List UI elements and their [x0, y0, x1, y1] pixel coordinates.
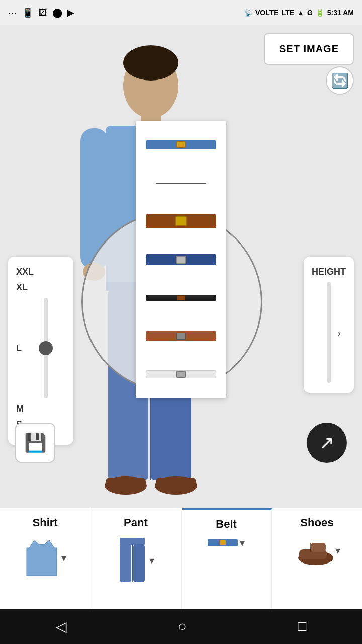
- svg-rect-16: [106, 478, 146, 489]
- svg-marker-19: [27, 540, 57, 576]
- size-slider[interactable]: [44, 298, 48, 398]
- youtube-icon: ▶: [67, 7, 74, 18]
- belt-white-visual: [146, 370, 216, 378]
- belt-brown-buckle: [175, 216, 187, 226]
- page-wrapper: ⋯ 📱 🖼 ⬤ ▶ 📡 VOLTE LTE ▲ G 🔋 5:31 AM: [0, 0, 362, 644]
- belt-option-separator[interactable]: [141, 168, 221, 198]
- category-belt[interactable]: Belt ▾: [182, 508, 272, 609]
- svg-rect-21: [120, 538, 145, 545]
- pant-dropdown-arrow[interactable]: ▾: [149, 554, 154, 567]
- size-xxl[interactable]: XXL: [16, 267, 65, 277]
- category-pant[interactable]: Pant ▾: [90, 508, 181, 609]
- save-button[interactable]: 💾: [15, 423, 55, 463]
- back-button[interactable]: ◁: [56, 618, 67, 635]
- size-labels: XXL XL L M S: [16, 267, 65, 430]
- belt-option-black[interactable]: [141, 283, 221, 313]
- belt-option-brown[interactable]: [141, 206, 221, 236]
- shirt-icon: [24, 535, 59, 581]
- belt-white-buckle: [176, 371, 186, 378]
- menu-icon: ⋯: [8, 7, 17, 18]
- size-slider-thumb[interactable]: [39, 341, 53, 355]
- height-arrow-icon: ›: [337, 327, 341, 339]
- svg-point-8: [83, 263, 105, 281]
- image-icon: 🖼: [38, 8, 47, 18]
- battery-icon: 🔋: [316, 9, 324, 17]
- size-panel: XXL XL L M S: [8, 257, 73, 445]
- svg-rect-22: [120, 544, 131, 582]
- set-image-button[interactable]: SET IMAGE: [264, 33, 354, 65]
- wifi-icon: 📡: [244, 9, 252, 17]
- recents-button[interactable]: □: [298, 618, 306, 634]
- refresh-icon: 🔄: [331, 72, 349, 89]
- pant-thumb-row: ▾: [117, 535, 154, 586]
- belt-option-navy[interactable]: [141, 245, 221, 275]
- belt-brown-visual: [146, 214, 216, 228]
- shoes-label: Shoes: [300, 516, 333, 529]
- status-bar: ⋯ 📱 🖼 ⬤ ▶ 📡 VOLTE LTE ▲ G 🔋 5:31 AM: [0, 0, 362, 25]
- pant-icon: [117, 535, 147, 586]
- refresh-button[interactable]: 🔄: [326, 66, 354, 95]
- shoes-icon: [293, 535, 333, 566]
- belt-option-brown2[interactable]: [141, 321, 221, 351]
- time-display: 5:31 AM: [327, 9, 354, 17]
- status-icons-right: 📡 VOLTE LTE ▲ G 🔋 5:31 AM: [244, 9, 354, 17]
- share-icon: ↗: [319, 432, 334, 453]
- size-m[interactable]: M: [16, 404, 65, 414]
- home-button[interactable]: ○: [178, 618, 187, 634]
- belt-dropdown[interactable]: [136, 121, 226, 398]
- height-label: HEIGHT: [312, 267, 346, 277]
- shoes-dropdown-arrow[interactable]: ▾: [335, 544, 340, 556]
- belt-black-buckle: [177, 295, 185, 300]
- phone-icon: 📱: [22, 7, 33, 18]
- size-l[interactable]: L: [16, 298, 65, 398]
- belt-buckle-gold: [176, 141, 186, 148]
- belt-thumb-row: ▾: [208, 537, 245, 549]
- shirt-thumb-row: ▾: [24, 535, 66, 581]
- belt-thumb-buckle: [220, 540, 226, 545]
- lte-label: LTE: [282, 9, 294, 17]
- circle-icon: ⬤: [52, 7, 62, 18]
- svg-point-2: [123, 45, 178, 80]
- volte-label: VOLTE: [255, 9, 279, 17]
- save-icon: 💾: [24, 432, 47, 453]
- belt-option-white[interactable]: [141, 359, 221, 389]
- height-panel: HEIGHT ›: [304, 257, 354, 393]
- status-icons-left: ⋯ 📱 🖼 ⬤ ▶: [8, 7, 74, 18]
- navigation-bar: ◁ ○ □: [0, 609, 362, 644]
- size-xl[interactable]: XL: [16, 282, 65, 293]
- belt-separator-visual: [156, 183, 206, 184]
- belt-option-blue-thin[interactable]: [141, 130, 221, 160]
- shoes-thumb-row: ▾: [293, 535, 340, 566]
- belt-brown2-buckle: [176, 333, 186, 340]
- shirt-dropdown-arrow[interactable]: ▾: [61, 552, 66, 564]
- category-shoes[interactable]: Shoes ▾: [272, 508, 362, 609]
- category-shirt[interactable]: Shirt ▾: [0, 508, 90, 609]
- height-slider[interactable]: ›: [327, 282, 331, 383]
- svg-rect-18: [156, 478, 196, 489]
- belt-navy-buckle: [176, 256, 186, 264]
- belt-navy-visual: [146, 254, 216, 265]
- belt-black-visual: [146, 295, 216, 301]
- belt-dropdown-arrow[interactable]: ▾: [240, 537, 245, 549]
- svg-rect-23: [133, 544, 145, 582]
- belt-thumb-visual: [208, 539, 238, 546]
- belt-label: Belt: [216, 518, 237, 531]
- main-area: SET IMAGE 🔄 XXL XL L M S HEIGHT: [0, 25, 362, 518]
- share-button[interactable]: ↗: [307, 423, 347, 463]
- pant-label: Pant: [124, 516, 148, 529]
- svg-rect-27: [311, 543, 326, 552]
- belt-brown2-visual: [146, 331, 216, 341]
- shirt-label: Shirt: [33, 516, 58, 529]
- g-icon: G: [307, 9, 313, 17]
- category-bar: Shirt ▾ Pant ▾: [0, 508, 362, 609]
- signal-icon: ▲: [297, 9, 304, 17]
- belt-blue-thin-visual: [146, 140, 216, 149]
- svg-rect-6: [80, 128, 108, 269]
